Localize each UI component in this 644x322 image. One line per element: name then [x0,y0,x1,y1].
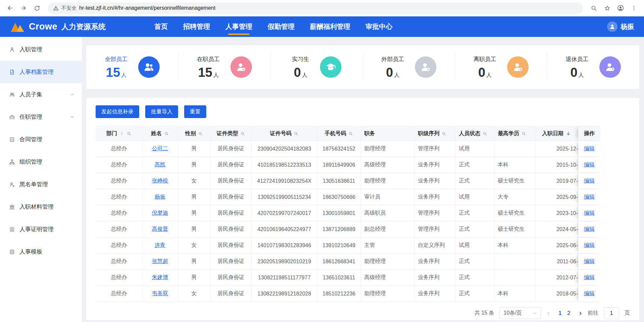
employee-name-link[interactable]: 连青 [155,242,165,249]
edit-link[interactable]: 编辑 [584,258,595,265]
edit-link[interactable]: 编辑 [584,226,595,233]
sidebar-item[interactable]: 人员子集 [0,83,82,106]
employee-name-link[interactable]: 倪梦迪 [152,210,168,217]
cell-position: 助理经理 [361,173,415,189]
employee-name-link[interactable]: 张峥税 [152,177,168,184]
employee-name-link[interactable]: 杨振 [155,194,165,201]
sidebar-item[interactable]: 人事档案管理 [0,61,82,83]
column-header[interactable]: 最高学历 [494,126,535,141]
employee-name-link[interactable]: 张慧超 [152,258,168,265]
briefcase-icon [9,114,15,120]
stat-card[interactable]: 外部员工0人 [363,45,455,89]
stat-card[interactable]: 在职员工15人 [178,45,271,89]
sidebar-item[interactable]: 入职材料管理 [0,196,82,218]
stat-label: 全部员工 [105,55,127,63]
edit-link[interactable]: 编辑 [584,177,595,184]
cell-dept: 总经办 [96,205,143,221]
sort-desc-icon[interactable] [566,131,571,137]
goto-page-input[interactable] [604,307,619,319]
nav-item[interactable]: 薪酬福利管理 [310,16,350,37]
sidebar-item[interactable]: 入职管理 [0,38,82,61]
back-button[interactable] [4,2,16,14]
cell-id_number: 230904202504182083 [252,141,317,157]
reset-button[interactable]: 重置 [184,105,206,118]
prev-page-button[interactable]: ‹ [546,310,550,317]
cell-gender: 男 [178,205,211,221]
column-header[interactable]: 证件类型 [211,126,252,141]
refresh-icon [34,5,40,11]
column-header[interactable]: 性别 [178,126,211,141]
cell-education: 大专 [494,189,535,205]
employee-name-link[interactable]: 公司二 [152,145,168,152]
table-row: 总经办高凯男居民身份证41018519851223351318911649906… [96,157,600,173]
column-header[interactable]: 入职日期 [535,126,578,141]
employee-name-link[interactable]: 高俊普 [152,226,168,233]
cell-id_type: 居民身份证 [211,157,252,173]
cell-hire_date: 2018-05- [535,286,578,302]
sidebar-item[interactable]: 合同管理 [0,128,82,151]
cell-dept: 总经办 [96,221,143,237]
edit-link[interactable]: 编辑 [584,290,595,297]
sidebar-item-label: 入职管理 [19,46,42,53]
edit-link[interactable]: 编辑 [584,242,595,249]
search-icon[interactable] [521,131,526,136]
page-number[interactable]: 2 [565,310,573,316]
supplement-info-button[interactable]: 发起信息补录 [96,105,139,118]
cell-gender: 女 [178,237,211,253]
search-icon[interactable] [348,131,353,136]
stat-card[interactable]: 全部员工15人 [86,45,178,89]
edit-link[interactable]: 编辑 [584,145,595,152]
search-icon[interactable] [441,131,446,136]
stat-card[interactable]: 退休员工0人 [547,45,639,89]
column-header[interactable]: 人员状态 [455,126,494,141]
sidebar-item[interactable]: 黑名单管理 [0,173,82,196]
sidebar-item[interactable]: 人事证明管理 [0,218,82,240]
profile-button[interactable] [614,2,627,14]
nav-item[interactable]: 首页 [154,16,168,37]
employee-name-link[interactable]: 高凯 [155,161,165,168]
column-header[interactable]: 姓名 [143,126,178,141]
nav-item[interactable]: 审批中心 [366,16,392,37]
nav-item[interactable]: 假勤管理 [268,16,294,37]
table-row: 总经办朱建博男居民身份证1308211985111779771365102361… [96,270,600,286]
header-user[interactable]: 杨振 [607,21,634,32]
sidebar-item[interactable]: 任职管理 [0,106,82,128]
zoom-button[interactable] [588,2,600,14]
search-icon[interactable] [198,131,203,136]
sidebar-item[interactable]: 人事模板 [0,240,82,263]
column-header: 职务 [361,126,415,141]
column-header[interactable]: 部门 [96,126,143,141]
search-icon[interactable] [164,131,169,136]
stat-card[interactable]: 离职员工0人 [455,45,547,89]
column-header[interactable]: 职级序列 [415,126,455,141]
cell-gender: 男 [178,221,211,237]
stat-card[interactable]: 实习生0人 [271,45,363,89]
column-header[interactable]: 证件号码 [252,126,317,141]
batch-import-button[interactable]: 批量导入 [145,105,178,118]
page-size-select[interactable]: 10条/页 [499,307,541,319]
address-bar[interactable]: 不安全 hr-test.zjf-it.cn/#/hr-anagement/per… [48,2,583,14]
menu-dots-icon[interactable] [628,2,640,14]
edit-link[interactable]: 编辑 [584,210,595,217]
employee-name-link[interactable]: 朱建博 [152,274,168,281]
edit-link[interactable]: 编辑 [584,274,595,281]
next-page-button[interactable]: › [579,310,582,317]
sort-icon[interactable] [119,131,124,136]
search-icon[interactable] [240,131,245,136]
nav-item[interactable]: 招聘管理 [183,16,210,37]
forward-button[interactable] [17,2,30,14]
search-icon[interactable] [126,131,131,136]
refresh-button[interactable] [31,2,43,14]
edit-link[interactable]: 编辑 [584,194,595,201]
employee-name-link[interactable]: 韦美双 [152,290,168,297]
bookmark-button[interactable] [601,2,613,14]
search-icon[interactable] [293,131,299,136]
cell-hire_date: 2015-10- [535,157,578,173]
nav-item[interactable]: 人事管理 [225,16,252,37]
sidebar-item[interactable]: 组织管理 [0,151,82,173]
edit-link[interactable]: 编辑 [584,161,595,168]
page-number[interactable]: 1 [556,310,565,316]
search-icon[interactable] [482,131,487,136]
column-header[interactable]: 手机号码 [317,126,361,141]
toolbar: 发起信息补录 批量导入 重置 [96,105,630,118]
